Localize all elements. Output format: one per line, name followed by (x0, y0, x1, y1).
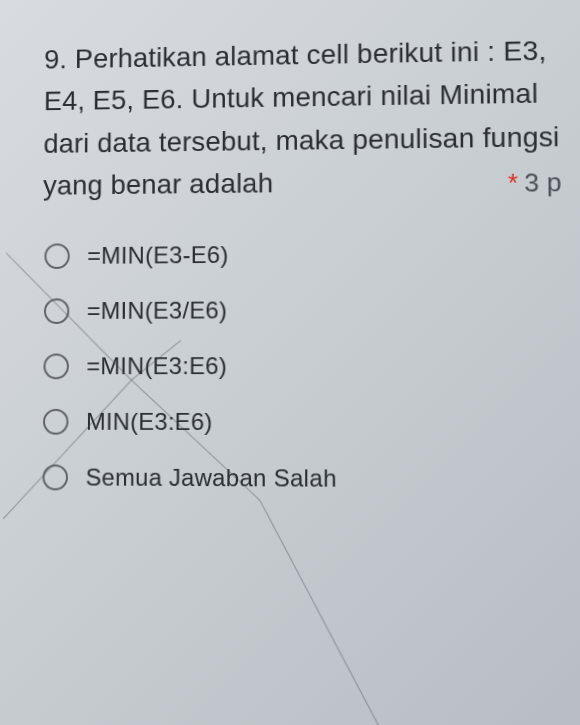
radio-icon (43, 354, 69, 380)
question-text: 9. Perhatikan alamat cell berikut ini : … (43, 29, 562, 208)
option-label: =MIN(E3-E6) (87, 242, 228, 271)
option-label: =MIN(E3/E6) (87, 297, 227, 325)
option-label: =MIN(E3:E6) (86, 353, 227, 381)
option-4[interactable]: Semua Jawaban Salah (42, 464, 564, 494)
options-group: =MIN(E3-E6) =MIN(E3/E6) =MIN(E3:E6) MIN(… (41, 239, 565, 495)
question-meta: * 3 p (504, 162, 562, 203)
option-label: MIN(E3:E6) (86, 408, 213, 436)
question-body: Perhatikan alamat cell berikut ini : E3,… (43, 35, 560, 201)
points-label: 3 p (524, 162, 562, 203)
radio-icon (42, 465, 68, 491)
radio-icon (44, 244, 69, 270)
option-label: Semua Jawaban Salah (86, 464, 337, 493)
question-number: 9. (44, 44, 67, 74)
radio-icon (43, 409, 69, 435)
required-asterisk: * (508, 163, 519, 203)
option-1[interactable]: =MIN(E3/E6) (44, 295, 563, 325)
option-2[interactable]: =MIN(E3:E6) (43, 352, 563, 381)
radio-icon (44, 299, 69, 325)
question-header: 9. Perhatikan alamat cell berikut ini : … (43, 29, 562, 208)
question-card: 9. Perhatikan alamat cell berikut ini : … (3, 0, 580, 544)
option-0[interactable]: =MIN(E3-E6) (44, 239, 562, 271)
option-3[interactable]: MIN(E3:E6) (43, 408, 564, 437)
